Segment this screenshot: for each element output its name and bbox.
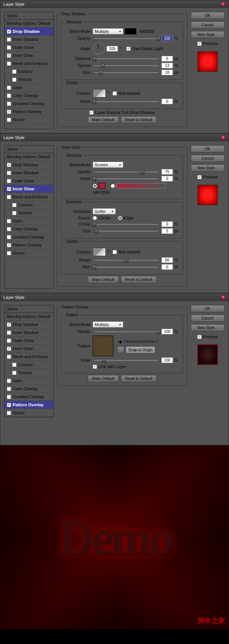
make-default-button[interactable]: Make Default	[88, 375, 119, 382]
spread-input[interactable]	[161, 63, 173, 68]
style-checkbox[interactable]	[7, 243, 11, 247]
preview-checkbox[interactable]	[197, 42, 202, 46]
style-item[interactable]: Pattern Overlay	[5, 241, 53, 249]
knocks-out-checkbox[interactable]	[89, 110, 94, 115]
ok-button[interactable]: OK	[191, 12, 224, 19]
glow-color-swatch[interactable]	[98, 183, 105, 189]
blending-options[interactable]: Blending Options: Default	[5, 153, 53, 161]
style-item[interactable]: Stroke	[5, 116, 53, 124]
style-checkbox[interactable]	[7, 395, 11, 399]
style-item[interactable]: Outer Glow	[5, 177, 53, 185]
style-checkbox[interactable]	[7, 251, 11, 255]
new-style-button[interactable]: New Style...	[191, 324, 224, 331]
style-item[interactable]: Inner Glow	[5, 345, 53, 353]
style-item[interactable]: Drop Shadow	[5, 28, 53, 36]
noise-slider[interactable]	[94, 178, 158, 179]
style-item[interactable]: Texture	[5, 209, 53, 217]
make-default-button[interactable]: Make Default	[88, 116, 119, 123]
style-item[interactable]: Contour	[5, 201, 53, 209]
style-item[interactable]: Bevel and Emboss	[5, 60, 53, 68]
style-checkbox[interactable]	[7, 347, 11, 351]
style-checkbox[interactable]	[7, 110, 11, 114]
style-item[interactable]: Bevel and Emboss	[5, 193, 53, 201]
reset-default-button[interactable]: Reset to Default	[121, 276, 157, 283]
style-checkbox[interactable]	[7, 171, 11, 175]
source-edge-radio[interactable]	[118, 216, 122, 220]
spread-slider[interactable]	[94, 65, 158, 66]
size-slider[interactable]	[94, 72, 158, 73]
scale-slider[interactable]	[94, 360, 158, 361]
global-light-checkbox[interactable]	[126, 47, 131, 51]
noise-input[interactable]	[161, 176, 173, 182]
style-checkbox[interactable]	[7, 45, 11, 50]
style-checkbox[interactable]	[7, 219, 11, 223]
style-checkbox[interactable]	[7, 235, 11, 239]
opacity-input[interactable]	[161, 329, 173, 334]
style-item[interactable]: Pattern Overlay	[5, 401, 53, 409]
style-item[interactable]: Color Overlay	[5, 385, 53, 393]
preview-checkbox[interactable]	[197, 335, 202, 339]
jitter-slider[interactable]	[94, 267, 158, 268]
style-checkbox[interactable]	[12, 371, 16, 375]
ok-button[interactable]: OK	[191, 305, 224, 312]
style-checkbox[interactable]	[7, 118, 11, 122]
antialiased-checkbox[interactable]	[113, 250, 117, 254]
noise-slider[interactable]	[94, 101, 158, 102]
style-checkbox[interactable]	[7, 355, 11, 359]
style-checkbox[interactable]	[7, 86, 11, 90]
size-input[interactable]	[161, 70, 173, 75]
style-item[interactable]: Texture	[5, 369, 53, 377]
style-checkbox[interactable]	[7, 187, 11, 191]
cancel-button[interactable]: Cancel	[191, 155, 224, 162]
style-checkbox[interactable]	[12, 211, 16, 215]
style-checkbox[interactable]	[7, 339, 11, 343]
style-item[interactable]: Pattern Overlay	[5, 108, 53, 116]
blend-mode-select[interactable]: Multiply	[93, 321, 123, 328]
reset-default-button[interactable]: Reset to Default	[121, 375, 157, 382]
style-item[interactable]: Satin	[5, 217, 53, 225]
style-checkbox[interactable]	[7, 387, 11, 391]
gradient-radio[interactable]	[111, 184, 115, 188]
style-item[interactable]: Contour	[5, 68, 53, 76]
style-item[interactable]: Inner Glow	[5, 185, 53, 193]
style-checkbox[interactable]	[7, 403, 11, 407]
source-center-radio[interactable]	[93, 216, 97, 220]
preview-checkbox[interactable]	[197, 175, 202, 179]
style-item[interactable]: Gradient Overlay	[5, 233, 53, 241]
range-input[interactable]	[161, 257, 173, 263]
close-icon[interactable]	[221, 2, 226, 6]
opacity-slider[interactable]	[94, 38, 158, 39]
styles-header[interactable]: Styles	[5, 305, 53, 313]
reset-default-button[interactable]: Reset to Default	[121, 116, 157, 123]
contour-picker[interactable]	[93, 248, 106, 256]
style-checkbox[interactable]	[7, 227, 11, 231]
style-item[interactable]: Inner Glow	[5, 52, 53, 60]
style-checkbox[interactable]	[12, 70, 16, 74]
antialiased-checkbox[interactable]	[113, 91, 117, 96]
jitter-input[interactable]	[161, 264, 173, 270]
size-input[interactable]	[161, 228, 173, 234]
style-item[interactable]: Outer Glow	[5, 337, 53, 345]
style-checkbox[interactable]	[7, 29, 11, 34]
blending-options[interactable]: Blending Options: Default	[5, 20, 53, 28]
style-checkbox[interactable]	[12, 363, 16, 367]
scale-input[interactable]	[161, 357, 173, 363]
ok-button[interactable]: OK	[191, 145, 224, 152]
link-layer-checkbox[interactable]	[93, 365, 97, 369]
style-item[interactable]: Gradient Overlay	[5, 100, 53, 108]
gradient-picker[interactable]	[116, 183, 166, 188]
style-item[interactable]: Drop Shadow	[5, 161, 53, 169]
style-checkbox[interactable]	[7, 102, 11, 106]
style-item[interactable]: Color Overlay	[5, 225, 53, 233]
style-item[interactable]: Color Overlay	[5, 92, 53, 100]
style-checkbox[interactable]	[7, 62, 11, 66]
style-item[interactable]: Inner Shadow	[5, 329, 53, 337]
technique-select[interactable]: Softer	[93, 208, 116, 214]
style-item[interactable]: Satin	[5, 377, 53, 385]
distance-slider[interactable]	[94, 58, 158, 59]
opacity-slider[interactable]	[94, 331, 158, 332]
blend-mode-select[interactable]: Screen	[93, 162, 123, 168]
close-icon[interactable]	[221, 135, 226, 140]
range-slider[interactable]	[94, 260, 158, 261]
new-style-button[interactable]: New Style...	[191, 164, 224, 172]
